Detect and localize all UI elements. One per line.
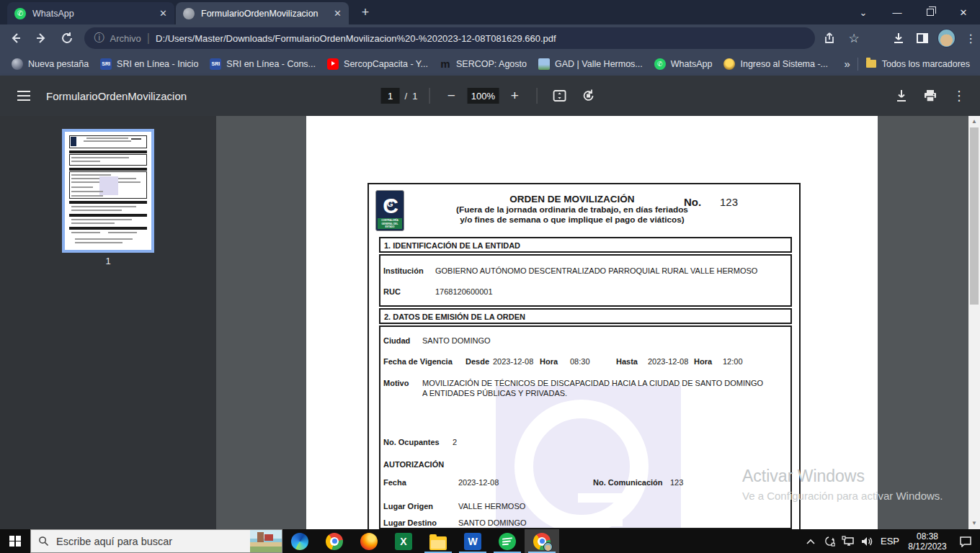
forward-button[interactable] [32, 28, 52, 48]
scrollbar-thumb[interactable] [970, 127, 979, 305]
tray-chevron-up-icon[interactable] [801, 539, 820, 544]
close-button[interactable]: ✕ [947, 0, 980, 24]
bookmark-sercopcapacita[interactable]: SercopCapacita - Y... [327, 58, 428, 70]
print-icon[interactable] [919, 85, 941, 107]
tray-sync-icon[interactable] [820, 535, 839, 547]
taskbar-excel[interactable]: X [386, 529, 421, 553]
bookmark-ingreso-sistema[interactable]: Ingreso al Sistema -... [723, 58, 828, 70]
close-tab-icon[interactable]: ✕ [334, 8, 342, 19]
bookmark-label: WhatsApp [671, 59, 713, 69]
edge-icon [291, 533, 308, 550]
institucion-label: Institución [383, 266, 435, 276]
scroll-down-arrow[interactable]: ▼ [968, 518, 980, 529]
new-tab-button[interactable]: + [358, 5, 373, 19]
browser-menu-icon[interactable]: ⋮ [961, 28, 980, 48]
minimize-button[interactable]: — [881, 0, 914, 24]
tab-formulario[interactable]: FormularioOrdenMovilizacion ✕ [176, 2, 349, 24]
zoom-out-button[interactable]: − [441, 88, 461, 104]
bookmark-whatsapp[interactable]: ✆ WhatsApp [654, 58, 713, 70]
tray-volume-icon[interactable] [858, 536, 876, 547]
pdf-more-options-icon[interactable]: ⋮ [948, 85, 970, 107]
ocupantes-value: 2 [453, 437, 457, 447]
share-icon[interactable] [821, 28, 839, 48]
chrome-icon [533, 533, 551, 550]
toolbar-divider [536, 88, 537, 104]
section2-title: 2. DATOS DE EMISIÓN DE LA ORDEN [379, 308, 792, 324]
zoom-in-button[interactable]: + [504, 88, 525, 104]
fit-page-icon[interactable] [548, 85, 570, 107]
taskbar-clock[interactable]: 08:38 8/12/2023 [904, 531, 951, 552]
start-button[interactable] [0, 529, 30, 553]
taskbar-spotify[interactable] [490, 529, 525, 553]
page-separator: / [405, 91, 408, 102]
hasta-label: Hasta [616, 356, 648, 367]
page-thumbnail[interactable] [62, 129, 154, 253]
sercop-icon: m [440, 58, 451, 70]
bookmark-sercop-agosto[interactable]: m SERCOP: Agosto [440, 58, 527, 70]
search-highlight-image[interactable] [250, 530, 282, 552]
comunicacion-value: 123 [670, 477, 683, 487]
folder-icon [865, 58, 877, 70]
bookmark-gad-valle-hermoso[interactable]: GAD | Valle Hermos... [538, 58, 643, 70]
new-tab-page-icon [12, 58, 23, 70]
ocupantes-label: No. Ocupantes [383, 437, 453, 447]
side-panel-icon[interactable] [913, 28, 932, 48]
desde-value: 2023-12-08 [493, 356, 540, 367]
taskbar-chrome[interactable] [317, 529, 352, 553]
fecha-label: Fecha [383, 477, 458, 487]
tray-network-icon[interactable] [839, 536, 858, 547]
reload-button[interactable] [57, 28, 77, 48]
bookmark-nueva-pestana[interactable]: Nueva pestaña [12, 58, 89, 70]
taskbar-firefox[interactable] [352, 529, 386, 553]
bookmarks-divider [858, 58, 858, 71]
tab-label: WhatsApp [32, 9, 155, 19]
taskbar-edge[interactable] [282, 529, 317, 553]
toolbar-divider [429, 88, 429, 104]
destino-label: Lugar Destino [383, 518, 458, 528]
autorizacion-label: AUTORIZACIÓN [383, 459, 444, 469]
address-scheme: Archivo [110, 33, 141, 44]
all-bookmarks-button[interactable]: Todos los marcadores [865, 58, 970, 70]
vertical-scrollbar[interactable]: ▲ ▼ [968, 116, 980, 529]
tab-search-chevron-icon[interactable]: ⌄ [847, 0, 880, 24]
windows-logo-icon [9, 536, 21, 547]
desde-label: Desde [466, 356, 493, 367]
zoom-level[interactable]: 100% [467, 88, 499, 104]
thumbnail-page-number: 1 [62, 256, 154, 266]
back-button[interactable] [6, 28, 26, 48]
taskbar-search[interactable]: Escribe aquí para buscar [30, 529, 282, 553]
info-icon[interactable]: ⓘ [94, 32, 104, 45]
profile-avatar[interactable] [937, 29, 956, 48]
address-bar[interactable]: ⓘ Archivo | D:/Users/Master/Downloads/Fo… [84, 27, 815, 49]
hora1-value: 08:30 [570, 356, 616, 367]
taskbar: Escribe aquí para buscar X W [0, 529, 980, 553]
bookmark-star-icon[interactable]: ☆ [845, 28, 863, 48]
bookmark-sri-inicio[interactable]: SRI SRI en Línea - Inicio [100, 58, 198, 70]
address-url[interactable]: D:/Users/Master/Downloads/FormularioOrde… [156, 33, 556, 44]
scroll-up-arrow[interactable]: ▲ [968, 116, 980, 127]
hora1-label: Hora [540, 356, 570, 367]
tab-whatsapp[interactable]: ✆ WhatsApp ✕ [7, 2, 174, 24]
downloads-icon[interactable] [889, 28, 908, 48]
language-indicator[interactable]: ESP [876, 536, 904, 547]
comunicacion-label: No. Comunicación [593, 477, 669, 487]
pdf-menu-icon[interactable] [17, 91, 30, 101]
bookmarks-overflow-chevron[interactable]: » [844, 58, 850, 70]
rotate-icon[interactable] [577, 85, 599, 107]
section-datos-emision: 2. DATOS DE EMISIÓN DE LA ORDEN Ciudad S… [379, 308, 792, 529]
taskbar-chrome-active[interactable] [525, 529, 559, 553]
whatsapp-icon: ✆ [654, 58, 666, 70]
restore-button[interactable] [914, 0, 947, 24]
hora2-label: Hora [694, 356, 723, 367]
taskbar-word[interactable]: W [455, 529, 490, 553]
motivo-value: MOVILIZACIÓN DE TÉCNICOS DE DISCAPACIDAD… [422, 378, 765, 398]
browser-tab-bar: ✆ WhatsApp ✕ FormularioOrdenMovilizacion… [0, 0, 980, 24]
page-number-input[interactable]: 1 [381, 88, 400, 104]
destino-value: SANTO DOMINGO [458, 518, 527, 528]
close-tab-icon[interactable]: ✕ [159, 8, 167, 19]
bookmark-sri-consultas[interactable]: SRI SRI en Línea - Cons... [210, 58, 316, 70]
action-center-icon[interactable] [951, 536, 980, 547]
taskbar-file-explorer[interactable] [421, 529, 455, 553]
download-icon[interactable] [891, 85, 912, 107]
file-explorer-icon [429, 536, 447, 550]
